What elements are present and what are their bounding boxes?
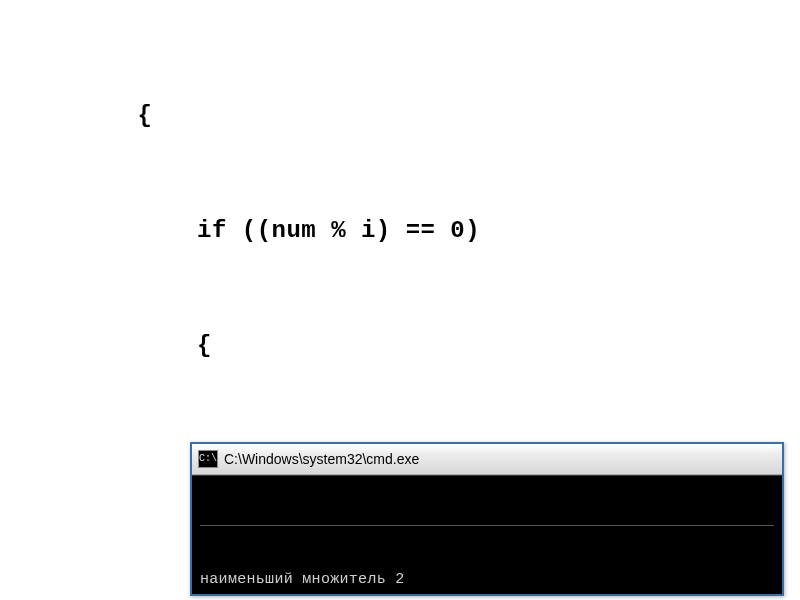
- code-line-1: {: [48, 97, 768, 135]
- cmd-window: C:\ C:\Windows\system32\cmd.exe наименьш…: [190, 442, 784, 596]
- code-line-2: if ((num % i) == 0): [48, 212, 768, 250]
- cmd-output-line-1: наименьший множитель 2: [200, 570, 774, 590]
- code-line-3: {: [48, 327, 768, 365]
- cmd-divider: [200, 525, 774, 526]
- cmd-output: наименьший множитель 2 Для продолжения н…: [192, 475, 782, 600]
- cmd-title-text: C:\Windows\system32\cmd.exe: [224, 451, 419, 467]
- cmd-titlebar: C:\ C:\Windows\system32\cmd.exe: [192, 444, 782, 475]
- cmd-icon: C:\: [198, 450, 218, 468]
